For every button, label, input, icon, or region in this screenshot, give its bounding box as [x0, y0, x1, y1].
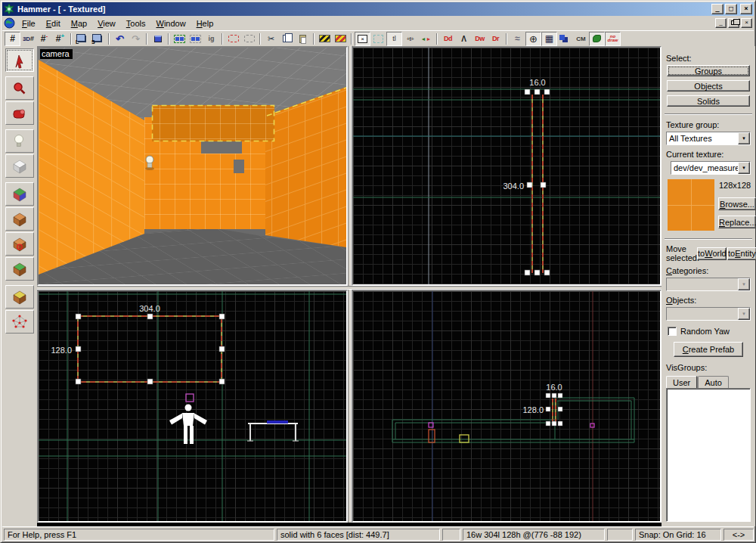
texture-lock-button[interactable]: tl — [386, 32, 402, 46]
ignore-groups-button[interactable]: ig — [203, 32, 219, 46]
viewport-2d-top-canvas[interactable]: 16.0 304.0 — [353, 48, 660, 284]
path-tool-button[interactable]: Λ — [456, 32, 472, 46]
chevron-down-icon[interactable]: ▼ — [738, 132, 750, 144]
current-texture-select[interactable]: dev/dev_measuregene ▼ — [671, 161, 751, 175]
flip-faces-button[interactable]: ◄► — [418, 32, 434, 46]
select-touching-button[interactable] — [370, 32, 386, 46]
to-world-button[interactable]: toWorld — [697, 247, 727, 260]
models-toggle-button[interactable] — [557, 32, 573, 46]
hide-selected-icon — [228, 35, 239, 42]
maximize-button[interactable]: □ — [725, 4, 737, 14]
texture-group-select[interactable]: All Textures ▼ — [666, 132, 751, 145]
menu-file[interactable]: File — [17, 17, 41, 29]
block-tool-button[interactable] — [5, 154, 34, 178]
replace-button[interactable]: Replace... — [718, 216, 756, 228]
viewport-2d-bottom-right[interactable]: 16.0 128.0 — [352, 290, 662, 523]
toggle-3d-grid-button[interactable]: 3D# — [20, 32, 36, 46]
copy-button[interactable] — [279, 32, 295, 46]
larger-grid-button[interactable]: #+ — [52, 32, 68, 46]
morph-toggle-button[interactable]: ≈ — [510, 32, 525, 46]
group-button[interactable] — [172, 32, 187, 46]
smaller-grid-button[interactable]: #- — [36, 32, 52, 46]
selection-arrow-icon — [11, 52, 29, 69]
undo-button[interactable]: ↶ — [112, 32, 128, 46]
clipping-tool-button[interactable] — [5, 257, 34, 281]
hide-selected-button[interactable] — [225, 32, 241, 46]
sphere-toggle-button[interactable]: ⊕ — [525, 32, 541, 46]
dr-button[interactable]: Dr — [488, 32, 503, 46]
viewport-3d-canvas[interactable] — [39, 48, 346, 284]
create-prefab-button[interactable]: Create Prefab — [674, 342, 743, 357]
minimize-button[interactable]: _ — [711, 4, 723, 14]
select-solids-button[interactable]: Solids — [667, 95, 750, 107]
browse-button[interactable]: Browse... — [718, 197, 756, 210]
morph-tool-button[interactable] — [5, 285, 34, 309]
map-tools-bar — [2, 46, 37, 526]
viewport-area: camera — [37, 46, 662, 526]
paste-button[interactable] — [295, 32, 311, 46]
apply-decal-tool-button[interactable] — [5, 232, 34, 256]
select-objects-button[interactable]: Objects — [667, 80, 750, 92]
selection-tool-button[interactable] — [5, 48, 34, 72]
cut-button[interactable]: ✂ — [263, 32, 279, 46]
menu-view[interactable]: View — [92, 17, 121, 29]
hammer-app-icon — [4, 4, 14, 14]
viewport-2d-bottom-right-canvas[interactable]: 16.0 128.0 — [353, 291, 660, 521]
entity-tool-button[interactable] — [5, 129, 34, 153]
texture-scale-lock-button[interactable]: +tl+ — [402, 32, 418, 46]
dw-button[interactable]: Dw — [472, 32, 488, 46]
mdi-close-button[interactable]: × — [741, 18, 752, 28]
load-window-state-button[interactable]: L — [74, 32, 90, 46]
select-groups-button[interactable]: Groups — [667, 65, 750, 76]
apply-texture-tool-button[interactable] — [5, 207, 34, 231]
redo-button[interactable]: ↷ — [128, 32, 144, 46]
viewport-label-camera[interactable]: camera — [40, 49, 73, 59]
texture-application-tool-button[interactable] — [5, 182, 34, 206]
menu-map[interactable]: Map — [66, 17, 92, 29]
hide-unselected-icon — [244, 35, 255, 42]
categories-select[interactable]: ▼ — [666, 278, 751, 291]
texture-grid-toggle-button[interactable]: ▦ — [541, 32, 557, 46]
vertex-tool-button[interactable] — [5, 310, 34, 334]
hide-unselected-button[interactable] — [241, 32, 257, 46]
mdi-restore-button[interactable] — [728, 18, 739, 28]
cube-tool-button[interactable] — [150, 32, 166, 46]
cm-toggle-button[interactable]: CM — [573, 32, 589, 46]
dd-button[interactable]: Dd — [440, 32, 456, 46]
ungroup-button[interactable] — [187, 32, 203, 46]
random-yaw-checkbox[interactable] — [668, 327, 677, 336]
magnify-tool-button[interactable] — [5, 76, 34, 100]
dw-icon: Dw — [475, 35, 485, 42]
map-document-icon[interactable] — [4, 17, 15, 29]
toggle-grid-button[interactable]: # — [5, 32, 20, 46]
make-h ollow-button[interactable] — [333, 32, 349, 46]
to-entity-button[interactable]: toEntity — [727, 247, 756, 260]
nodraw-toggle-button[interactable]: nodraw — [605, 32, 621, 46]
viewport-2d-bottom-left-canvas[interactable]: 304.0 128.0 — [39, 291, 346, 521]
viewport-3d[interactable]: camera — [37, 46, 348, 286]
menu-tools[interactable]: Tools — [121, 17, 151, 29]
status-snap-pane: Snap: On Grid: 16 — [635, 529, 721, 541]
visgroups-list[interactable] — [666, 388, 751, 522]
wall-gap — [201, 141, 242, 154]
title-bar[interactable]: Hammer - [ - Textured] _ □ × — [2, 2, 754, 16]
camera-tool-button[interactable] — [5, 101, 34, 125]
detail-toggle-button[interactable] — [589, 32, 605, 46]
texture-preview[interactable] — [668, 179, 714, 231]
tab-user[interactable]: User — [666, 376, 697, 388]
menu-edit[interactable]: Edit — [41, 17, 66, 29]
menu-help[interactable]: Help — [191, 17, 219, 29]
mdi-minimize-button[interactable]: _ — [715, 18, 727, 28]
viewport-2d-top[interactable]: 16.0 304.0 — [352, 46, 662, 286]
save-window-state-button[interactable]: S — [90, 32, 106, 46]
viewport-2d-bottom-left[interactable]: 304.0 128.0 — [37, 290, 348, 523]
objects-select[interactable]: ▼ — [666, 307, 751, 321]
selection-bounds-button[interactable]: × — [355, 32, 370, 46]
carve-button[interactable] — [317, 32, 333, 46]
menu-window[interactable]: Window — [150, 17, 191, 29]
chevron-down-icon[interactable]: ▼ — [738, 162, 750, 174]
close-button[interactable]: × — [740, 4, 752, 14]
redo-icon: ↷ — [132, 33, 140, 45]
toolbar-separator — [168, 33, 169, 45]
tab-auto[interactable]: Auto — [698, 376, 729, 388]
